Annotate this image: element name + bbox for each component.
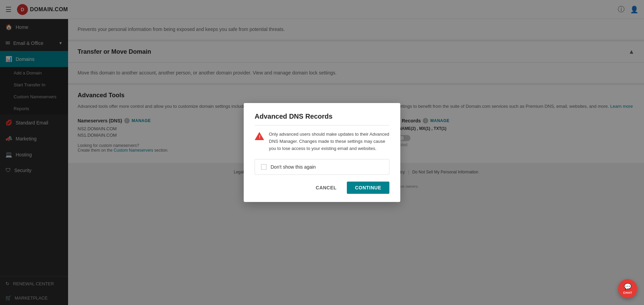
modal-overlay[interactable]: Advanced DNS Records ! Only advanced use… [0,0,644,305]
modal-actions: CANCEL CONTINUE [255,182,389,194]
modal-checkbox-label: Don't show this again [271,164,316,170]
modal-body: ! Only advanced users should make update… [255,131,389,152]
modal-checkbox[interactable] [261,164,267,170]
modal-warning-text: Only advanced users should make updates … [269,131,389,152]
cancel-button[interactable]: CANCEL [309,182,343,194]
modal-dont-show-row[interactable]: Don't show this again [255,159,389,175]
chat-icon: 💬 [624,283,632,290]
chat-label: CHAT [623,291,632,294]
modal-title: Advanced DNS Records [255,113,389,125]
svg-text:!: ! [259,134,260,139]
continue-button[interactable]: CONTINUE [347,182,389,194]
chat-button[interactable]: 💬 CHAT [618,279,637,298]
warning-icon: ! [255,132,264,141]
modal-dialog: Advanced DNS Records ! Only advanced use… [244,103,400,202]
